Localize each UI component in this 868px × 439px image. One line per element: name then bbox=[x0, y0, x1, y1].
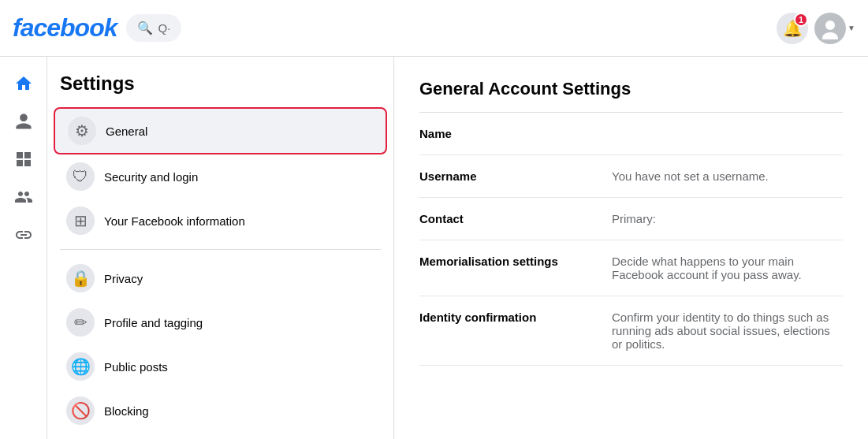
settings-item-general[interactable]: ⚙ General bbox=[54, 107, 387, 154]
nav-right: 🔔 1 ▼ bbox=[777, 13, 855, 44]
main-layout: Settings ⚙ General 🛡 Security and login … bbox=[0, 57, 868, 439]
facebook-logo: facebook bbox=[13, 13, 117, 43]
identity-value: Confirm your identity to do things such … bbox=[612, 311, 843, 351]
contact-row: Contact Primary: bbox=[419, 198, 843, 240]
general-label: General bbox=[106, 125, 147, 138]
settings-item-privacy[interactable]: 🔒 Privacy bbox=[54, 256, 387, 300]
privacy-icon: 🔒 bbox=[66, 264, 95, 292]
username-value: You have not set a username. bbox=[612, 169, 843, 183]
search-placeholder-text: Q· bbox=[158, 21, 170, 35]
notification-badge: 1 bbox=[794, 13, 808, 27]
chevron-down-icon: ▼ bbox=[848, 24, 855, 32]
contact-label: Contact bbox=[419, 212, 593, 225]
sidebar-icon-profile[interactable] bbox=[6, 104, 41, 139]
sidebar-icon-link[interactable] bbox=[6, 218, 41, 252]
memorialisation-label: Memorialisation settings bbox=[419, 255, 593, 268]
settings-item-blocking[interactable]: 🚫 Blocking bbox=[54, 389, 387, 433]
settings-item-tagging[interactable]: ✏ Profile and tagging bbox=[54, 300, 387, 344]
search-box[interactable]: 🔍 Q· bbox=[126, 14, 181, 42]
memorialisation-row: Memorialisation settings Decide what hap… bbox=[419, 240, 843, 296]
security-label: Security and login bbox=[104, 170, 198, 184]
avatar bbox=[814, 13, 846, 44]
svg-point-0 bbox=[825, 20, 835, 30]
notification-button[interactable]: 🔔 1 bbox=[777, 13, 808, 44]
profile-button[interactable]: ▼ bbox=[814, 13, 855, 44]
tagging-label: Profile and tagging bbox=[104, 316, 203, 329]
settings-title: Settings bbox=[47, 73, 393, 107]
top-navigation: facebook 🔍 Q· 🔔 1 ▼ bbox=[0, 0, 868, 57]
general-icon: ⚙ bbox=[68, 117, 96, 145]
tagging-icon: ✏ bbox=[66, 308, 95, 337]
name-row: Name bbox=[419, 113, 843, 155]
privacy-label: Privacy bbox=[104, 272, 143, 285]
fb-info-label: Your Facebook information bbox=[104, 214, 245, 228]
identity-row: Identity confirmation Confirm your ident… bbox=[419, 296, 843, 366]
identity-label: Identity confirmation bbox=[419, 311, 593, 324]
contact-value: Primary: bbox=[612, 212, 843, 225]
security-icon: 🛡 bbox=[66, 162, 95, 191]
sidebar-icon-home[interactable] bbox=[6, 66, 41, 101]
nav-left: facebook 🔍 Q· bbox=[13, 13, 181, 43]
settings-item-security[interactable]: 🛡 Security and login bbox=[54, 154, 387, 199]
username-label: Username bbox=[419, 169, 593, 183]
public-posts-icon: 🌐 bbox=[66, 352, 95, 381]
settings-item-fb-info[interactable]: ⊞ Your Facebook information bbox=[54, 199, 387, 243]
name-label: Name bbox=[419, 127, 593, 140]
fb-info-icon: ⊞ bbox=[66, 206, 95, 235]
page-title: General Account Settings bbox=[419, 79, 843, 99]
username-row: Username You have not set a username. bbox=[419, 155, 843, 198]
settings-item-public-posts[interactable]: 🌐 Public posts bbox=[54, 344, 387, 389]
sidebar-icon-friends[interactable] bbox=[6, 180, 41, 214]
settings-sidebar: Settings ⚙ General 🛡 Security and login … bbox=[47, 57, 394, 439]
settings-divider bbox=[60, 249, 381, 250]
sidebar-icon-grid[interactable] bbox=[6, 142, 41, 177]
main-content: General Account Settings Name Username Y… bbox=[394, 57, 868, 439]
search-icon: 🔍 bbox=[137, 20, 153, 35]
memorialisation-value: Decide what happens to your main Faceboo… bbox=[612, 255, 843, 281]
blocking-label: Blocking bbox=[104, 404, 149, 418]
svg-point-1 bbox=[822, 32, 838, 39]
icon-sidebar bbox=[0, 57, 47, 439]
public-posts-label: Public posts bbox=[104, 360, 168, 374]
blocking-icon: 🚫 bbox=[66, 396, 95, 425]
